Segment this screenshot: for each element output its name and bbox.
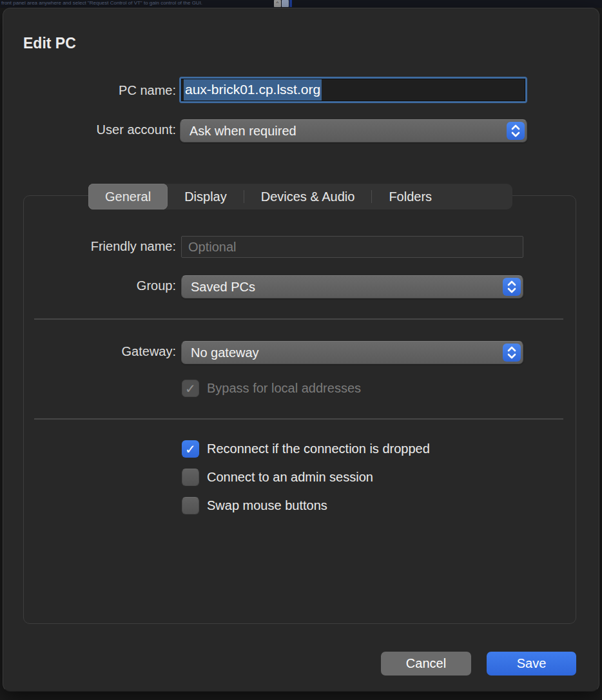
cancel-button[interactable]: Cancel	[381, 652, 471, 676]
tab-folders[interactable]: Folders	[372, 184, 449, 209]
gateway-value: No gateway	[191, 345, 259, 360]
reconnect-row: ✓ Reconnect if the connection is dropped	[182, 440, 430, 458]
tab-general[interactable]: General	[88, 184, 168, 209]
swap-mouse-checkbox[interactable]	[182, 497, 199, 514]
background-window-strip: front panel area anywhere and select "Re…	[0, 0, 602, 8]
pc-name-label: PC name:	[21, 83, 176, 98]
swap-mouse-row: Swap mouse buttons	[182, 497, 327, 514]
chevron-up-down-icon[interactable]	[503, 278, 521, 296]
scrollbar-thumb[interactable]	[282, 0, 289, 7]
group-label: Group:	[21, 278, 176, 293]
tab-devices-audio[interactable]: Devices & Audio	[244, 184, 372, 209]
section-divider	[34, 418, 563, 420]
bypass-local-addresses-checkbox: ✓	[182, 380, 199, 397]
section-divider	[34, 318, 563, 320]
gateway-label: Gateway:	[21, 344, 176, 359]
user-account-label: User account:	[21, 122, 176, 137]
pc-name-selected-text: aux-brick01.cp.lsst.org	[184, 79, 322, 101]
admin-session-checkbox[interactable]	[182, 469, 199, 486]
admin-session-row: Connect to an admin session	[182, 469, 373, 486]
pc-name-input[interactable]: aux-brick01.cp.lsst.org	[179, 77, 527, 103]
friendly-name-label: Friendly name:	[21, 239, 176, 254]
edit-pc-dialog: Edit PC PC name: aux-brick01.cp.lsst.org…	[3, 8, 599, 692]
reconnect-checkbox[interactable]: ✓	[182, 440, 199, 458]
dialog-title: Edit PC	[23, 35, 76, 52]
swap-mouse-label: Swap mouse buttons	[207, 498, 327, 513]
friendly-name-placeholder: Optional	[188, 240, 237, 255]
scroll-up-arrow-icon[interactable]: ^	[274, 0, 281, 7]
group-value: Saved PCs	[191, 280, 255, 295]
chevron-up-down-icon[interactable]	[503, 344, 521, 362]
friendly-name-input[interactable]: Optional	[181, 236, 523, 258]
scrollbar-track	[289, 0, 292, 7]
general-tab-panel	[23, 195, 576, 624]
gateway-dropdown[interactable]: No gateway	[181, 341, 523, 364]
bypass-local-addresses-label: Bypass for local addresses	[207, 381, 361, 396]
tab-bar: General Display Devices & Audio Folders	[88, 184, 512, 209]
checkmark-icon: ✓	[185, 443, 196, 456]
save-button[interactable]: Save	[487, 652, 576, 676]
background-window-text: front panel area anywhere and select "Re…	[1, 0, 202, 6]
group-dropdown[interactable]: Saved PCs	[181, 275, 523, 298]
tab-display[interactable]: Display	[168, 184, 244, 209]
bypass-local-addresses-row: ✓ Bypass for local addresses	[182, 380, 361, 397]
checkmark-icon: ✓	[185, 382, 196, 395]
user-account-value: Ask when required	[189, 124, 296, 139]
chevron-up-down-icon[interactable]	[507, 122, 525, 140]
pc-name-field-inner[interactable]: aux-brick01.cp.lsst.org	[181, 79, 525, 101]
reconnect-label: Reconnect if the connection is dropped	[207, 442, 430, 456]
user-account-dropdown[interactable]: Ask when required	[180, 119, 527, 142]
admin-session-label: Connect to an admin session	[207, 470, 373, 485]
